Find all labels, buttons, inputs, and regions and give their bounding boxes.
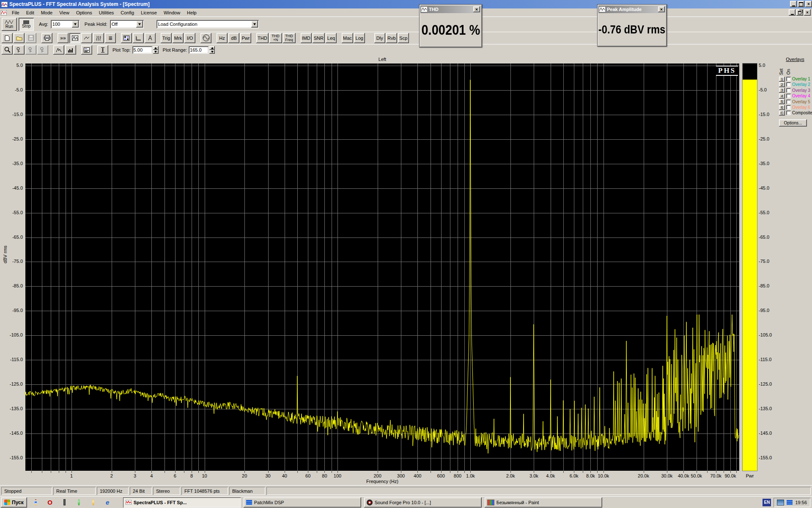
scope-button[interactable]: Scp [398, 33, 409, 43]
thdn-button[interactable]: THD +N [269, 33, 282, 43]
overlay-set-button-1[interactable]: 1 [779, 77, 785, 82]
configuration-combobox[interactable]: Load Configuration [156, 20, 259, 28]
menu-config[interactable]: Config [117, 8, 137, 17]
taskbar-button-patchmix[interactable]: PatchMix DSP [244, 497, 361, 508]
waveform-view-button[interactable] [81, 33, 92, 43]
mdi-close-button[interactable]: × [804, 9, 811, 16]
thd-window[interactable]: THD × 0.00201 % [419, 4, 482, 47]
overlay-checkbox-2[interactable] [786, 82, 791, 87]
quick-launch-icq[interactable] [90, 499, 97, 506]
overlay-set-button-5[interactable]: 5 [779, 99, 785, 104]
control-panel-button[interactable] [81, 45, 92, 55]
io-button[interactable]: I/O [184, 33, 195, 43]
taskbar-button-paint[interactable]: Безымянный - Paint [485, 497, 602, 508]
mixer-button[interactable] [121, 33, 132, 43]
peak-curve-button[interactable] [53, 45, 64, 55]
quick-launch-messenger[interactable] [75, 499, 82, 506]
overlay-set-button-2[interactable]: 2 [779, 82, 785, 87]
overlay-checkbox-3[interactable] [786, 88, 791, 93]
spectrum-view-button[interactable] [69, 33, 80, 43]
plot-range-up-button[interactable] [209, 46, 215, 50]
pwr-units-button[interactable]: Pwr [240, 33, 251, 43]
save-file-button[interactable] [25, 33, 36, 43]
close-button[interactable]: × [805, 1, 812, 7]
measure-tool-button[interactable] [145, 33, 156, 43]
hz-units-button[interactable]: Hz [217, 33, 228, 43]
logging-button[interactable]: Log [354, 33, 365, 43]
macro-button[interactable]: Mac [342, 33, 353, 43]
run-button[interactable]: Run [2, 18, 17, 31]
menu-view[interactable]: View [56, 8, 73, 17]
spectrogram-view-button[interactable] [93, 33, 104, 43]
plot-top-field[interactable]: 5.00 [132, 46, 152, 54]
avg-combobox[interactable]: 100 [51, 20, 80, 28]
network-tray-icon[interactable] [777, 500, 784, 505]
overlay-checkbox-6[interactable] [786, 105, 791, 110]
menu-file[interactable]: File [8, 8, 23, 17]
thd-window-titlebar[interactable]: THD × [420, 6, 481, 13]
mdi-minimize-button[interactable] [789, 9, 796, 16]
configuration-dropdown-icon[interactable] [251, 21, 258, 28]
thd-button[interactable]: THD [256, 33, 269, 43]
3d-surface-view-button[interactable]: ≣ [105, 33, 116, 43]
avg-dropdown-icon[interactable] [72, 21, 79, 28]
overlay-checkbox-4[interactable] [786, 94, 791, 98]
peak-amplitude-window[interactable]: Peak Amplitude × -0.76 dBV rms [597, 4, 667, 47]
menu-window[interactable]: Window [160, 8, 184, 17]
snr-button[interactable]: SNR [313, 33, 325, 43]
menu-utilities[interactable]: Utilities [96, 8, 117, 17]
menu-help[interactable]: Help [184, 8, 200, 17]
spectrum-plot[interactable] [25, 64, 739, 471]
overlay-set-button-c[interactable]: C [779, 110, 785, 116]
output-full-button[interactable] [37, 45, 48, 55]
menu-edit[interactable]: Edit [23, 8, 38, 17]
menu-mode[interactable]: Mode [38, 8, 56, 17]
thdfreq-button[interactable]: THD Freq [283, 33, 296, 43]
thd-window-close-icon[interactable]: × [473, 6, 480, 12]
overlay-checkbox-c[interactable] [786, 110, 791, 115]
marker-button[interactable]: Mrk [173, 33, 184, 43]
histogram-button[interactable] [65, 45, 76, 55]
leq-button[interactable]: Leq [326, 33, 337, 43]
zoom-button[interactable] [2, 45, 13, 55]
scale-range-button[interactable] [97, 45, 108, 55]
language-indicator[interactable]: EN [763, 499, 771, 506]
stop-button[interactable]: Stop [19, 18, 34, 31]
output-monitor-button[interactable] [25, 45, 36, 55]
peak-hold-dropdown-icon[interactable] [136, 21, 143, 28]
quick-launch-media-player[interactable] [61, 499, 68, 506]
plot-range-field[interactable]: 165.0 [189, 46, 208, 54]
playback-speed-button[interactable]: »» [58, 33, 69, 43]
minimize-button[interactable] [790, 1, 797, 7]
db-units-button[interactable]: dB [228, 33, 239, 43]
overlay-checkbox-5[interactable] [786, 99, 791, 104]
menu-options[interactable]: Options [73, 8, 96, 17]
plot-top-down-button[interactable] [153, 50, 159, 54]
overlay-set-button-6[interactable]: 6 [779, 105, 785, 110]
signal-generator-button[interactable] [200, 33, 211, 43]
maximize-button[interactable] [798, 1, 804, 7]
delay-button[interactable]: Dly [374, 33, 385, 43]
overlay-options-button[interactable]: Options... [779, 119, 807, 127]
overlay-checkbox-1[interactable] [786, 77, 791, 81]
mdi-restore-button[interactable] [796, 9, 803, 16]
imd-button[interactable]: IMD [301, 33, 312, 43]
patchmix-tray-icon[interactable] [787, 500, 793, 505]
overlay-set-button-4[interactable]: 4 [779, 94, 785, 99]
plot-range-down-button[interactable] [209, 50, 215, 54]
quick-launch-chrome[interactable] [32, 499, 39, 506]
print-button[interactable] [41, 33, 52, 43]
start-button[interactable]: Пуск [1, 497, 27, 508]
trigger-button[interactable]: Trig [161, 33, 172, 43]
input-monitor-button[interactable] [14, 45, 25, 55]
menu-license[interactable]: License [137, 8, 160, 17]
calibration-button[interactable] [133, 33, 144, 43]
reverb-button[interactable]: Rvb [386, 33, 397, 43]
peak-hold-combobox[interactable]: Off [110, 20, 144, 28]
overlay-set-button-3[interactable]: 3 [779, 88, 785, 93]
peak-window-titlebar[interactable]: Peak Amplitude × [598, 6, 666, 13]
quick-launch-ie[interactable]: e [104, 499, 111, 506]
peak-window-close-icon[interactable]: × [658, 6, 665, 12]
quick-launch-opera[interactable]: O [47, 499, 54, 506]
plot-top-up-button[interactable] [153, 46, 159, 50]
